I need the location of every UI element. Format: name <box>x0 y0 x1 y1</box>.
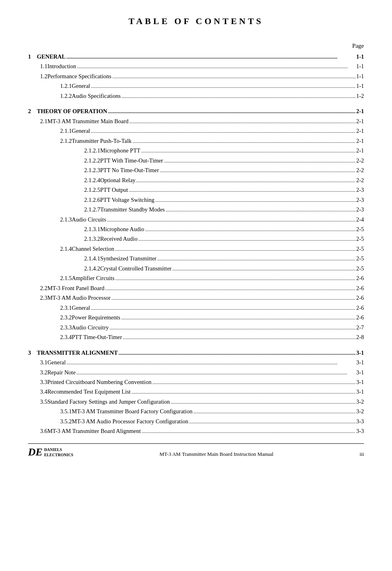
toc-entry: 2.1.4.2Crystal Controlled Transmitter...… <box>28 264 364 273</box>
toc-text: MT-3 Front Panel Board <box>47 284 104 293</box>
toc-dots: ........................................… <box>152 378 356 386</box>
toc-dots: ........................................… <box>166 206 355 214</box>
toc-dots: ........................................… <box>91 127 356 135</box>
toc-page: 2-4 <box>356 215 364 224</box>
toc-number: 2.1 <box>40 117 47 126</box>
toc-number: 2.1.3 <box>60 215 72 224</box>
toc-page: 3-1 <box>356 358 364 367</box>
toc-text: Printed Circuitboard Numbering Conventio… <box>47 378 152 386</box>
toc-number: 2.1.2.4 <box>84 176 100 185</box>
toc-entry: 2.3.3Audio Circuitry....................… <box>28 323 364 332</box>
toc-dots: ........................................… <box>189 418 356 426</box>
toc-number: 2.1.1 <box>60 126 72 135</box>
toc-dots: ........................................… <box>155 196 355 204</box>
toc-entry: 2.1.2.5PTT Output.......................… <box>28 185 364 195</box>
toc-number: 2.1.3.2 <box>84 234 100 243</box>
toc-entry: 2.1.4.1Synthesized Transmitter..........… <box>28 254 364 263</box>
toc-text: Optional Relay <box>100 176 135 185</box>
toc-number: 3.2 <box>40 368 47 377</box>
toc-page: 3-3 <box>356 427 364 435</box>
toc-entry: 3.6MT-3 AM Transmitter Board Alignment..… <box>28 426 364 436</box>
toc-text: MT-3 AM Audio Processor <box>47 293 111 302</box>
toc-number: 3.6 <box>40 427 47 435</box>
toc-entry: 2.1.2Transmitter Push-To-Talk...........… <box>28 136 364 146</box>
toc-entry: 2THEORY OF OPERATION....................… <box>28 106 364 116</box>
toc-number: 2.3.2 <box>60 313 72 322</box>
toc-number: 2.2 <box>40 284 47 293</box>
toc-number: 3.3 <box>40 378 47 386</box>
toc-page: 3-1 <box>356 378 364 386</box>
toc-page: 3-1 <box>356 387 364 396</box>
toc-number: 1.2.2 <box>60 91 72 100</box>
toc-number: 2.1.2.5 <box>84 185 100 194</box>
toc-number: 2.3.1 <box>60 303 72 312</box>
brand-text: DANIELS ELECTRONICS <box>44 447 73 457</box>
toc-entry: 3.1General..............................… <box>28 358 364 367</box>
toc-text: PTT Time-Out-Timer <box>72 333 122 341</box>
toc-dots: ........................................… <box>145 226 356 234</box>
toc-dots: ........................................… <box>141 427 355 435</box>
toc-text: GENERAL <box>37 52 66 61</box>
toc-number: 2.1.2.6 <box>84 195 100 204</box>
toc-number: 2.1.3.1 <box>84 225 100 234</box>
toc-page: 2-5 <box>356 254 364 263</box>
toc-blank-row <box>28 342 364 348</box>
toc-text: Repair Note <box>47 368 75 377</box>
toc-page: 2-3 <box>356 195 364 204</box>
toc-number: 1.2 <box>40 72 47 81</box>
footer-page-number: iii <box>360 451 364 458</box>
toc-dots: ........................................… <box>115 274 356 282</box>
toc-dots: ........................................… <box>67 359 356 367</box>
toc-text: MT-3 AM Transmitter Board Alignment <box>47 427 141 435</box>
toc-text: Introduction <box>47 62 76 71</box>
toc-dots: ........................................… <box>77 63 356 71</box>
toc-entry: 2.3.2Power Requirements.................… <box>28 313 364 322</box>
toc-number: 2.1.2 <box>60 136 72 145</box>
toc-dots: ........................................… <box>160 167 356 175</box>
toc-text: Audio Specifications <box>72 91 121 100</box>
toc-blank-row <box>28 101 364 106</box>
footer: DE DANIELS ELECTRONICS MT-3 AM Transmitt… <box>28 446 364 458</box>
toc-entry: 2.1.1General............................… <box>28 126 364 136</box>
toc-number: 2.1.2.2 <box>84 156 100 165</box>
toc-entry: 1GENERAL................................… <box>28 52 364 61</box>
toc-text: Transmitter Standby Modes <box>100 205 165 214</box>
toc-number: 3.5.2 <box>60 417 72 426</box>
toc-text: MT-3 AM Audio Processor Factory Configur… <box>72 417 188 426</box>
toc-page: 1-1 <box>356 52 364 61</box>
toc-text: Amplifier Circuits <box>72 274 115 282</box>
toc-entry: 3.4Recommended Test Equipment List......… <box>28 387 364 396</box>
toc-number: 2.1.4.1 <box>84 254 100 263</box>
toc-text: Received Audio <box>100 234 137 243</box>
toc-page: 2-1 <box>356 107 364 116</box>
toc-page: 2-1 <box>356 146 364 155</box>
toc-page: 1-1 <box>356 72 364 81</box>
toc-page: 2-5 <box>356 264 364 273</box>
toc-entry: 1.2Performance Specifications...........… <box>28 71 364 81</box>
toc-number: 3.5.1 <box>60 407 72 416</box>
toc-page: 3-2 <box>356 407 364 416</box>
toc-page: 3-1 <box>356 348 364 357</box>
toc-number: 2.3.4 <box>60 333 72 341</box>
toc-dots: ........................................… <box>123 333 355 341</box>
toc-page: 2-2 <box>356 156 364 165</box>
brand-de: DE <box>28 446 42 458</box>
toc-page: 2-5 <box>356 234 364 243</box>
toc-page: 2-6 <box>356 274 364 282</box>
toc-text: THEORY OF OPERATION <box>37 107 107 116</box>
toc-page: 3-3 <box>356 417 364 426</box>
toc-text: PTT Voltage Switching <box>100 195 154 204</box>
toc-dots: ........................................… <box>136 177 356 185</box>
toc-dots: ........................................… <box>119 349 356 357</box>
footer-manual-title: MT-3 AM Transmitter Main Board Instructi… <box>73 451 360 458</box>
toc-entry: 1.2.1General............................… <box>28 81 364 91</box>
footer-brand: DE DANIELS ELECTRONICS <box>28 446 73 458</box>
toc-dots: ........................................… <box>121 314 355 322</box>
toc-page: 1-1 <box>356 81 364 90</box>
toc-dots: ........................................… <box>112 73 356 81</box>
toc-entry: 2.1.4Channel Selection..................… <box>28 244 364 254</box>
toc-dots: ........................................… <box>77 369 356 377</box>
toc-text: Microphone PTT <box>100 146 140 155</box>
toc-dots: ........................................… <box>172 265 356 273</box>
toc-number: 2.3.3 <box>60 323 72 332</box>
